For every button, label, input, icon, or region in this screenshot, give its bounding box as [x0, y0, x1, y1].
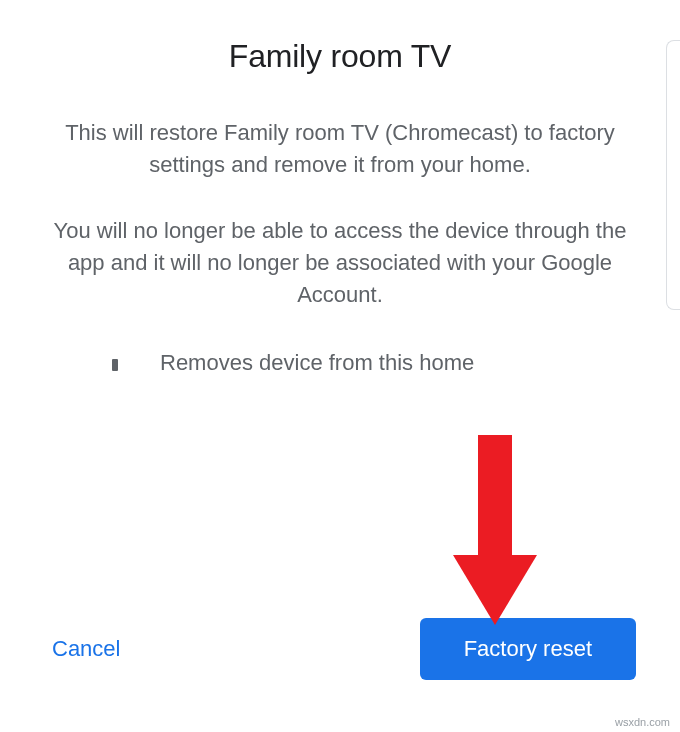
scrollbar-edge	[666, 40, 680, 310]
svg-rect-0	[112, 359, 118, 371]
removes-row: Removes device from this home	[40, 350, 640, 376]
cancel-button[interactable]: Cancel	[44, 626, 128, 672]
factory-reset-button[interactable]: Factory reset	[420, 618, 636, 680]
dialog-paragraph-access: You will no longer be able to access the…	[40, 215, 640, 311]
dialog-paragraph-restore: This will restore Family room TV (Chrome…	[40, 117, 640, 181]
spacer	[40, 376, 640, 618]
home-icon	[100, 353, 124, 373]
dialog-button-row: Cancel Factory reset	[40, 618, 640, 692]
factory-reset-dialog: Family room TV This will restore Family …	[0, 0, 680, 732]
removes-label: Removes device from this home	[160, 350, 474, 376]
dialog-title: Family room TV	[40, 38, 640, 75]
watermark: wsxdn.com	[615, 716, 670, 728]
